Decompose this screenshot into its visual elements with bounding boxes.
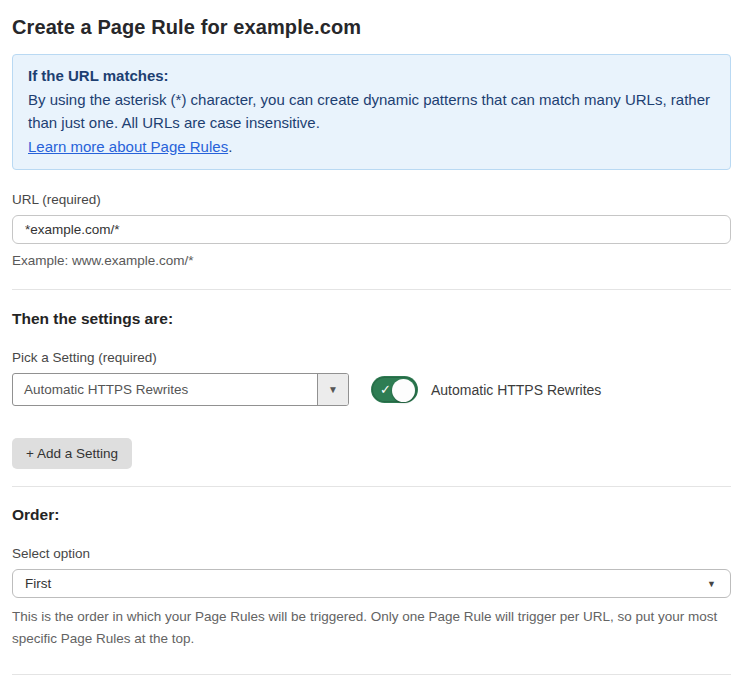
divider — [12, 289, 731, 290]
create-page-rule-panel: Create a Page Rule for example.com If th… — [0, 0, 743, 686]
url-matches-info-box: If the URL matches: By using the asteris… — [12, 54, 731, 170]
page-title: Create a Page Rule for example.com — [12, 14, 731, 40]
info-box-heading: If the URL matches: — [28, 64, 715, 88]
caret-down-icon: ▼ — [707, 579, 716, 589]
url-helper-text: Example: www.example.com/* — [12, 251, 731, 271]
toggle-knob — [392, 379, 415, 402]
info-box-body: By using the asterisk (*) character, you… — [28, 88, 715, 135]
setting-row: Automatic HTTPS Rewrites ▼ ✓ Automatic H… — [12, 373, 731, 406]
pick-setting-label: Pick a Setting (required) — [12, 350, 731, 365]
setting-select[interactable]: Automatic HTTPS Rewrites ▼ — [12, 373, 349, 406]
order-section-heading: Order: — [12, 506, 731, 524]
divider — [12, 674, 731, 675]
divider — [12, 486, 731, 487]
setting-toggle[interactable]: ✓ — [371, 376, 418, 403]
url-field-label: URL (required) — [12, 192, 731, 207]
setting-select-arrow-button[interactable]: ▼ — [317, 374, 348, 405]
order-helper-text: This is the order in which your Page Rul… — [12, 606, 731, 650]
add-setting-button[interactable]: + Add a Setting — [12, 438, 132, 469]
order-select[interactable]: First ▼ — [12, 569, 731, 598]
learn-more-link[interactable]: Learn more about Page Rules — [28, 138, 228, 155]
order-select-value: First — [25, 576, 51, 591]
setting-toggle-label: Automatic HTTPS Rewrites — [431, 382, 601, 398]
check-icon: ✓ — [380, 383, 391, 396]
order-select-label: Select option — [12, 546, 731, 561]
info-box-link-line: Learn more about Page Rules. — [28, 135, 715, 159]
url-input[interactable] — [12, 215, 731, 244]
link-suffix: . — [228, 138, 232, 155]
setting-select-value: Automatic HTTPS Rewrites — [13, 374, 317, 405]
caret-down-icon: ▼ — [328, 384, 338, 395]
settings-section-heading: Then the settings are: — [12, 310, 731, 328]
